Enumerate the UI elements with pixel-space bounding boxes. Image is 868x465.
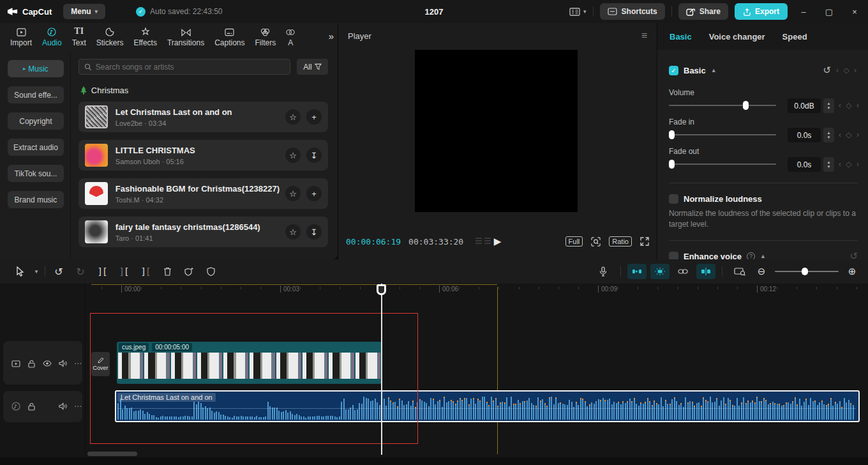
- zoom-in-button[interactable]: ⊕: [845, 263, 859, 280]
- minimize-button[interactable]: –: [794, 2, 813, 21]
- sidebar-item-music[interactable]: ▸Music: [8, 60, 64, 77]
- lock-icon[interactable]: [27, 402, 36, 411]
- select-tool-button[interactable]: [9, 263, 31, 280]
- mute-icon[interactable]: [59, 360, 67, 367]
- cover-button[interactable]: Cover: [91, 352, 110, 376]
- delete-right-button[interactable]: ][: [135, 263, 156, 280]
- collapse-icon[interactable]: ▲: [760, 253, 766, 259]
- keyframe-controls[interactable]: ‹ ◇ ›: [839, 130, 860, 139]
- favorite-button[interactable]: ☆: [285, 186, 301, 201]
- reset-icon[interactable]: ↺: [823, 65, 832, 76]
- timeline-zoom-thumb[interactable]: [802, 268, 808, 275]
- tab-speed[interactable]: Speed: [782, 32, 807, 42]
- fit-timeline-button[interactable]: [729, 263, 751, 280]
- favorite-button[interactable]: ☆: [285, 148, 301, 163]
- audio-clip[interactable]: Let Christmas Last on and on: [115, 390, 860, 422]
- download-button[interactable]: ↧: [306, 224, 322, 240]
- tab-import[interactable]: Import: [5, 27, 37, 47]
- search-input[interactable]: [96, 63, 285, 72]
- video-clip[interactable]: cus.jpeg 00:00:05:00: [117, 342, 382, 384]
- sidebar-item-tiktok-sounds[interactable]: TikTok sou...: [8, 165, 64, 182]
- add-to-timeline-button[interactable]: +: [306, 109, 322, 125]
- fade-in-stepper[interactable]: ▲▼: [823, 128, 834, 142]
- fade-out-stepper[interactable]: ▲▼: [823, 157, 834, 172]
- smart-tools-button[interactable]: [178, 263, 200, 280]
- tab-captions[interactable]: Captions: [209, 27, 250, 47]
- layout-button[interactable]: ▾: [569, 8, 587, 16]
- fade-out-slider-thumb[interactable]: [669, 160, 675, 169]
- timeline-zoom-slider[interactable]: [775, 267, 839, 276]
- fullscreen-icon[interactable]: [640, 237, 649, 246]
- preview-axis-toggle[interactable]: [696, 264, 715, 279]
- frame-zoom-icon[interactable]: [591, 237, 601, 247]
- maximize-button[interactable]: ▢: [819, 2, 839, 21]
- playhead-line[interactable]: [381, 284, 382, 455]
- fade-out-value[interactable]: 0.0s: [788, 157, 821, 172]
- track-more-icon[interactable]: ⋯: [74, 402, 82, 411]
- favorite-button[interactable]: ☆: [285, 224, 301, 240]
- full-button[interactable]: Full: [565, 236, 583, 247]
- delete-left-button[interactable]: ][: [113, 263, 135, 280]
- song-item[interactable]: LITTLE CHRISTMASSamson Uboh · 05:16 ☆ ↧: [79, 140, 328, 171]
- download-button[interactable]: ↧: [306, 148, 322, 163]
- keyframe-controls[interactable]: ‹ ◇ ›: [839, 101, 860, 110]
- volume-slider[interactable]: [669, 105, 776, 106]
- zoom-out-button[interactable]: ⊖: [754, 263, 768, 280]
- export-button[interactable]: Export: [735, 3, 788, 20]
- normalize-checkbox[interactable]: ✓: [669, 194, 678, 204]
- video-preview[interactable]: [415, 50, 578, 212]
- search-box[interactable]: [79, 59, 290, 75]
- filter-button[interactable]: All: [297, 59, 328, 75]
- sidebar-item-extract-audio[interactable]: Extract audio: [8, 139, 64, 156]
- lock-icon[interactable]: [27, 360, 36, 368]
- shortcuts-button[interactable]: Shortcuts: [600, 3, 665, 20]
- timeline-ruler[interactable]: 00:0000:0300:0600:0900:12: [0, 284, 868, 295]
- tab-filters[interactable]: Filters: [250, 27, 281, 47]
- ratio-button[interactable]: Ratio: [609, 236, 632, 247]
- tab-basic[interactable]: Basic: [670, 32, 692, 42]
- sidebar-item-brand-music[interactable]: Brand music: [8, 191, 64, 208]
- horizontal-scrollbar[interactable]: [87, 452, 137, 456]
- favorite-button[interactable]: ☆: [285, 109, 301, 125]
- delete-button[interactable]: [156, 263, 178, 280]
- keyframe-controls[interactable]: ‹ ◇ ›: [836, 66, 858, 75]
- linking-toggle[interactable]: [673, 264, 692, 279]
- mute-track-button[interactable]: [200, 263, 221, 280]
- fade-in-slider[interactable]: [669, 134, 776, 135]
- undo-button[interactable]: ↺: [48, 263, 70, 280]
- sidebar-item-copyright[interactable]: Copyright: [8, 112, 64, 130]
- tab-voice-changer[interactable]: Voice changer: [709, 32, 765, 42]
- volume-value[interactable]: 0.0dB: [788, 98, 821, 113]
- song-item[interactable]: Fashionable BGM for Christmas(1238227)To…: [79, 178, 328, 209]
- tab-stickers[interactable]: Stickers: [91, 27, 129, 47]
- play-button[interactable]: ▶: [494, 236, 502, 247]
- split-button[interactable]: ][: [91, 263, 113, 280]
- fade-out-slider[interactable]: [669, 164, 776, 165]
- volume-stepper[interactable]: ▲▼: [823, 98, 834, 113]
- playhead-handle[interactable]: [377, 284, 386, 295]
- close-button[interactable]: ×: [845, 2, 864, 21]
- fade-in-value[interactable]: 0.0s: [788, 128, 821, 142]
- collapse-icon[interactable]: ▲: [711, 67, 717, 73]
- song-item[interactable]: Let Christmas Last on and onLove2be · 03…: [79, 102, 328, 132]
- redo-button[interactable]: ↻: [70, 263, 91, 280]
- player-menu-icon[interactable]: ≡: [641, 30, 647, 42]
- more-tabs-chevron-icon[interactable]: »: [329, 31, 334, 42]
- tab-text[interactable]: TIText: [67, 27, 91, 47]
- song-item[interactable]: fairy tale fantasy christmas(1286544)Tar…: [79, 217, 328, 247]
- sidebar-item-sound-effects[interactable]: Sound effe...: [8, 86, 64, 103]
- keyframe-controls[interactable]: ‹ ◇ ›: [839, 160, 860, 169]
- share-button[interactable]: Share: [678, 3, 728, 20]
- hide-track-icon[interactable]: [43, 360, 52, 367]
- snapping-toggle[interactable]: [650, 264, 670, 279]
- add-to-timeline-button[interactable]: +: [306, 186, 322, 201]
- fade-in-slider-thumb[interactable]: [669, 130, 675, 139]
- mute-icon[interactable]: [59, 402, 67, 410]
- record-voiceover-button[interactable]: [592, 263, 614, 280]
- tab-transitions[interactable]: Transitions: [162, 27, 209, 47]
- menu-button[interactable]: Menu ▾: [63, 4, 105, 19]
- basic-checkbox[interactable]: ✓: [669, 66, 678, 75]
- tab-audio[interactable]: Audio: [37, 27, 67, 47]
- auto-ripple-toggle[interactable]: [627, 264, 647, 279]
- tab-effects[interactable]: Effects: [128, 27, 161, 47]
